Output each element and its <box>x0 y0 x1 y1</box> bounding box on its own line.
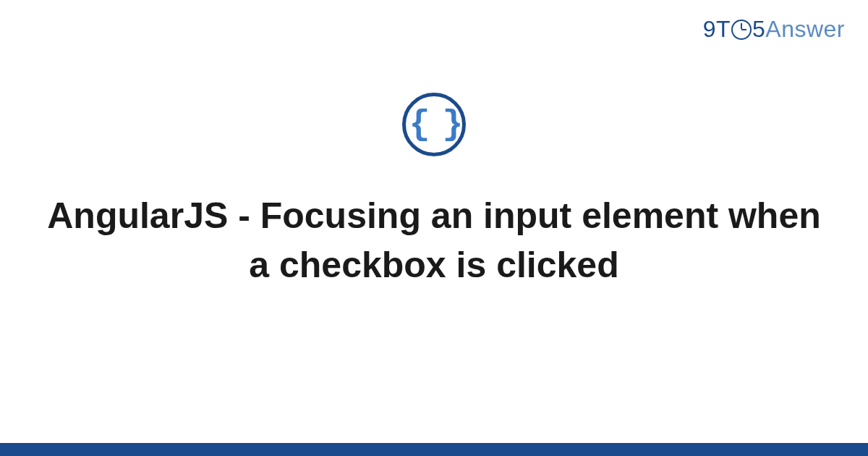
category-icon-circle: { } <box>402 93 466 156</box>
page-title: AngularJS - Focusing an input element wh… <box>43 192 825 290</box>
brand-text-5: 5 <box>752 16 765 43</box>
brand-text-answer: Answer <box>765 16 845 43</box>
footer-bar <box>0 443 868 456</box>
brand-logo: 9T 5 Answer <box>703 16 845 43</box>
brand-text-9t: 9T <box>703 16 731 43</box>
code-braces-icon: { } <box>409 107 459 142</box>
clock-icon <box>731 20 752 40</box>
